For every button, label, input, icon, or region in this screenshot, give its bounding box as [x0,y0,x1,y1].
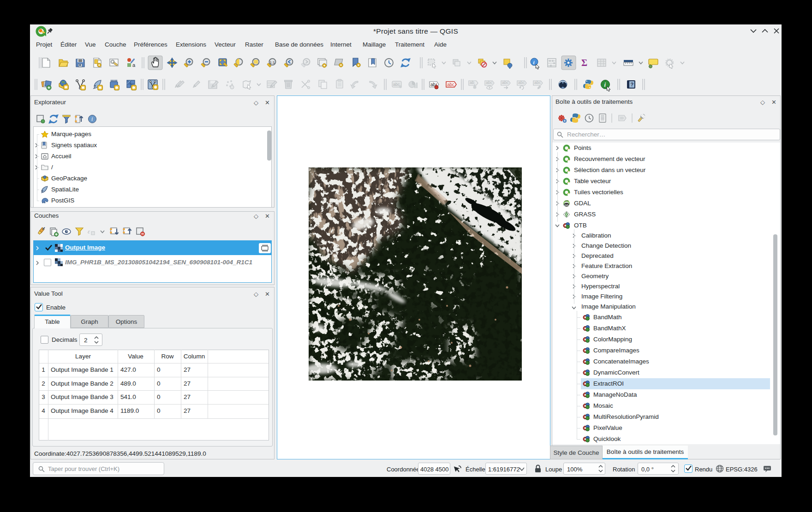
svg-text:abc: abc [393,82,400,87]
svg-text:ab: ab [470,80,474,85]
svg-text:abc: abc [534,80,541,85]
svg-text:i: i [604,81,606,88]
svg-text:ε: ε [88,228,90,235]
svg-text:?: ? [631,82,634,87]
svg-text:a: a [132,62,136,68]
svg-text:Σ: Σ [581,58,587,68]
svg-text:abc: abc [502,80,509,85]
svg-text:abc: abc [447,82,454,87]
svg-text:i: i [91,116,93,122]
svg-text:abc: abc [486,80,493,85]
svg-text:1:1: 1:1 [270,60,275,65]
svg-text:GDAL: GDAL [564,204,570,207]
svg-text:abc: abc [518,80,525,85]
